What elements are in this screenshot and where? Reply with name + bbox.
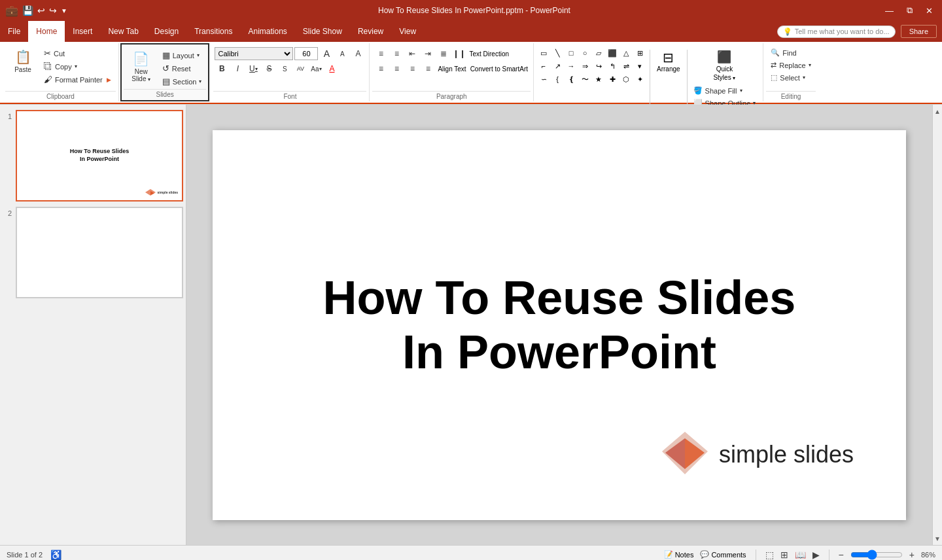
find-button[interactable]: 🔍 Find	[767, 47, 799, 58]
tell-me-box[interactable]: 💡 Tell me what you want to do...	[777, 26, 896, 38]
restore-button[interactable]: ⧉	[903, 4, 916, 17]
copy-button[interactable]: ⿻ Copy ▾	[41, 60, 114, 73]
layout-button[interactable]: ▦ Layout ▾	[159, 49, 205, 61]
align-left-button[interactable]: ≡	[374, 62, 388, 75]
menu-home[interactable]: Home	[28, 21, 65, 42]
shape-curly[interactable]: ❴	[565, 73, 577, 85]
quick-styles-button[interactable]: ⬛ Quick Styles ▾	[690, 47, 759, 84]
inc-indent-button[interactable]: ⇥	[421, 47, 435, 60]
font-grow-button[interactable]: A	[319, 47, 334, 60]
format-painter-button[interactable]: 🖌 Format Painter ▶	[41, 73, 114, 86]
customize-icon[interactable]: ▼	[61, 7, 67, 14]
shape-rect2[interactable]: □	[565, 47, 577, 59]
dec-indent-button[interactable]: ⇤	[405, 47, 419, 60]
reset-button[interactable]: ↺ Reset	[159, 62, 205, 75]
notes-button[interactable]: 📝 Notes	[664, 550, 694, 559]
font-clear-button[interactable]: A	[351, 47, 365, 60]
char-spacing-button[interactable]: AV	[293, 62, 307, 75]
font-size-input[interactable]	[294, 47, 318, 60]
font-color-button[interactable]: A	[324, 62, 339, 75]
close-button[interactable]: ✕	[922, 5, 937, 17]
font-shrink-button[interactable]: A	[335, 47, 349, 60]
slideshow-button[interactable]: ▶	[812, 550, 820, 560]
new-slide-button[interactable]: 📄 New Slide ▾	[125, 49, 158, 84]
menu-animations[interactable]: Animations	[240, 21, 294, 42]
zoom-slider[interactable]	[850, 550, 903, 560]
align-right-button[interactable]: ≡	[405, 62, 419, 75]
zoom-out-button[interactable]: −	[839, 550, 844, 560]
italic-button[interactable]: I	[230, 62, 245, 75]
shape-arrow[interactable]: ⌐	[538, 60, 550, 72]
shape-hex[interactable]: ⬡	[620, 73, 632, 85]
shape-custom[interactable]: ✦	[634, 73, 646, 85]
scroll-down-button[interactable]: ▼	[933, 532, 943, 545]
menu-file[interactable]: File	[0, 21, 28, 42]
shape-arrow4[interactable]: ⇒	[579, 60, 591, 72]
paste-button[interactable]: 📋 Paste	[7, 47, 39, 75]
shape-fill-button[interactable]: 🪣 Shape Fill ▾	[690, 85, 759, 96]
minimize-button[interactable]: —	[881, 5, 898, 17]
shape-arrow3[interactable]: →	[565, 60, 577, 72]
layout-dropdown[interactable]: ▾	[197, 52, 200, 58]
shape-star[interactable]: ★	[593, 73, 604, 85]
shape-wave[interactable]: 〜	[579, 73, 591, 85]
shapes-gallery[interactable]: ⊞	[634, 47, 646, 59]
shape-arrow6[interactable]: ↰	[606, 60, 618, 72]
accessibility-icon[interactable]: ♿	[50, 550, 61, 560]
shadow-button[interactable]: S	[277, 62, 292, 75]
columns-button[interactable]: ❙❙	[452, 47, 466, 60]
cut-button[interactable]: ✂ Cut	[41, 47, 114, 60]
justify-button[interactable]: ≡	[421, 62, 435, 75]
menu-review[interactable]: Review	[350, 21, 391, 42]
bold-button[interactable]: B	[215, 62, 229, 75]
menu-newtab[interactable]: New Tab	[100, 21, 146, 42]
undo-icon[interactable]: ↩	[37, 5, 45, 16]
underline-button[interactable]: U ▾	[246, 62, 260, 75]
line-spacing-button[interactable]: ≣	[436, 47, 451, 60]
shape-rect3[interactable]: ▱	[593, 47, 604, 59]
shapes-scroll[interactable]: ▾	[634, 60, 646, 72]
shape-circle[interactable]: ○	[579, 47, 591, 59]
slide-2-thumb[interactable]	[16, 207, 183, 298]
slide-sorter-button[interactable]: ⊞	[780, 550, 788, 560]
comments-button[interactable]: 💬 Comments	[700, 550, 746, 559]
text-direction-button[interactable]: Text Direction	[468, 49, 510, 59]
convert-smartart-button[interactable]: Convert to SmartArt	[469, 64, 529, 74]
menu-transitions[interactable]: Transitions	[186, 21, 240, 42]
align-center-button[interactable]: ≡	[389, 62, 404, 75]
arrange-button[interactable]: ⊟ Arrange	[653, 47, 684, 75]
shape-tri[interactable]: △	[620, 47, 632, 59]
share-button[interactable]: Share	[901, 25, 937, 38]
font-name-select[interactable]: Calibri	[215, 47, 293, 60]
section-button[interactable]: ▤ Section ▾	[159, 75, 205, 88]
bullets-button[interactable]: ≡	[374, 47, 388, 60]
strikethrough-button[interactable]: S	[262, 62, 276, 75]
shape-rect[interactable]: ▭	[538, 47, 550, 59]
scroll-up-button[interactable]: ▲	[933, 105, 943, 118]
shape-line[interactable]: ╲	[551, 47, 563, 59]
slide-canvas[interactable]: How To Reuse SlidesIn PowerPoint simple …	[213, 130, 906, 520]
section-dropdown[interactable]: ▾	[199, 79, 201, 84]
menu-slideshow[interactable]: Slide Show	[295, 21, 350, 42]
zoom-in-button[interactable]: +	[909, 550, 915, 560]
copy-dropdown[interactable]: ▾	[75, 63, 77, 69]
menu-view[interactable]: View	[391, 21, 424, 42]
shape-arrow7[interactable]: ⇌	[620, 60, 632, 72]
normal-view-button[interactable]: ⬚	[765, 550, 774, 560]
shape-more[interactable]: ⬛	[606, 47, 618, 59]
change-case-button[interactable]: Aa ▾	[309, 62, 323, 75]
menu-insert[interactable]: Insert	[65, 21, 100, 42]
align-text-button[interactable]: Align Text	[436, 64, 467, 74]
shape-arrow2[interactable]: ↗	[551, 60, 563, 72]
shape-cross[interactable]: ✚	[606, 73, 618, 85]
menu-design[interactable]: Design	[147, 21, 186, 42]
replace-button[interactable]: ⇄ Replace ▾	[767, 60, 814, 71]
shape-brace[interactable]: {	[551, 73, 563, 85]
select-button[interactable]: ⬚ Select ▾	[767, 72, 809, 83]
slide-1-thumb[interactable]: How To Reuse SlidesIn PowerPoint simple …	[16, 110, 183, 201]
numbering-button[interactable]: ≡	[389, 47, 404, 60]
shape-arrow5[interactable]: ↪	[593, 60, 604, 72]
reading-view-button[interactable]: 📖	[795, 550, 806, 560]
redo-icon[interactable]: ↪	[49, 5, 57, 16]
shape-curve[interactable]: ∽	[538, 73, 550, 85]
